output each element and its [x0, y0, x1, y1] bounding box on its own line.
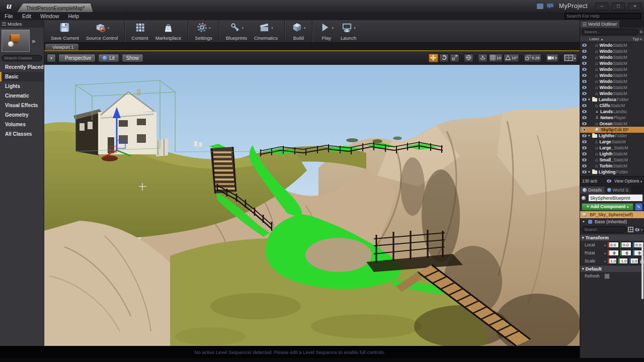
visibility-eye-icon[interactable]	[582, 128, 587, 131]
visibility-eye-icon[interactable]	[582, 158, 587, 161]
search-classes-input[interactable]: Search Classes	[2, 55, 42, 61]
move-tool[interactable]	[429, 54, 438, 62]
mode-category-visual-effects[interactable]: Visual Effects	[0, 101, 44, 110]
launch-button[interactable]: ▾Launch	[337, 20, 360, 42]
rotat-value-field[interactable]	[608, 250, 619, 256]
mode-category-recently-placed[interactable]: Recently Placed	[0, 62, 44, 72]
visibility-eye-icon[interactable]	[582, 86, 587, 89]
outliner-row[interactable]: ⌂LighthStaticM	[580, 151, 644, 157]
help-search-input[interactable]: Search For Help	[565, 13, 641, 19]
visibility-eye-icon[interactable]	[582, 134, 587, 137]
chevron-down-icon[interactable]: ▾	[332, 26, 334, 30]
scale-snap-toggle[interactable]: 0.25	[524, 54, 541, 62]
viewport-3d-scene[interactable]	[44, 65, 580, 346]
blueprints-button[interactable]: ▾Blueprints	[222, 20, 251, 42]
expand-arrow-icon[interactable]: ▾	[588, 134, 592, 138]
visibility-eye-icon[interactable]	[582, 164, 587, 167]
rotat-value-field[interactable]	[620, 250, 631, 256]
rotation-snap-toggle[interactable]: 10°	[504, 54, 519, 62]
outliner-column-headers[interactable]: Label ▲ Typ ▾	[580, 36, 644, 42]
camera-speed-button[interactable]: 5	[546, 54, 558, 62]
world-settings-tab[interactable]: World S	[605, 187, 631, 194]
chevron-down-icon[interactable]: ▾	[271, 26, 273, 30]
local-value-field[interactable]: 0.0	[608, 242, 619, 248]
outliner-row[interactable]: ⌂WindoStaticM	[580, 84, 644, 90]
outliner-row[interactable]: ⌂WindoStaticM	[580, 54, 644, 60]
visibility-eye-icon[interactable]	[582, 110, 587, 113]
scale-value-field[interactable]: 1.0	[629, 258, 638, 264]
rotate-tool[interactable]	[439, 54, 449, 62]
outliner-row[interactable]: ⌂WindoStaticM	[580, 66, 644, 72]
component-row[interactable]: BP_Sky_Sphere(self)	[580, 211, 644, 218]
visibility-eye-icon[interactable]	[582, 152, 587, 155]
visibility-eye-icon[interactable]	[582, 146, 587, 149]
expand-arrow-icon[interactable]: ▾	[588, 98, 592, 102]
outliner-row[interactable]: ▲LandsLandsc	[580, 109, 644, 115]
menu-edit[interactable]: Edit	[18, 13, 36, 19]
save-current-button[interactable]: Save Current	[47, 20, 83, 42]
visibility-eye-icon[interactable]	[582, 56, 587, 59]
visibility-eye-icon[interactable]	[582, 98, 587, 101]
outliner-row[interactable]: ⌂WindoStaticM	[580, 48, 644, 54]
details-tab[interactable]: Details	[580, 187, 605, 194]
chevron-down-icon[interactable]: ▾	[209, 26, 211, 30]
visibility-eye-icon[interactable]	[582, 122, 587, 125]
visibility-eye-icon[interactable]	[582, 140, 587, 143]
scale-value-field[interactable]: 1.0	[618, 258, 627, 264]
visibility-eye-icon[interactable]	[582, 74, 587, 77]
outliner-row[interactable]: ⌂TurbinStaticM	[580, 163, 644, 169]
actor-name-field[interactable]: SkySphereBlueprint	[589, 195, 642, 201]
outliner-row[interactable]: ⌂WindoStaticM	[580, 60, 644, 66]
mode-category-volumes[interactable]: Volumes	[0, 120, 44, 129]
viewport-tab[interactable]: Viewport 1	[45, 44, 78, 50]
scale-tool[interactable]	[450, 54, 459, 62]
checkbox-refresh[interactable]	[604, 274, 610, 279]
expand-arrow-icon[interactable]: ▾	[583, 220, 587, 224]
outliner-row[interactable]: ⌂WindoStaticM	[580, 42, 644, 48]
section-header-default[interactable]: ▾Default	[580, 265, 644, 272]
chevron-down-icon[interactable]: ▾	[242, 26, 244, 30]
menu-file[interactable]: File	[0, 13, 18, 19]
outliner-row[interactable]: ▾LandscaFolder	[580, 97, 644, 103]
outliner-search-input[interactable]: Search...	[582, 29, 638, 35]
visibility-eye-icon[interactable]	[582, 80, 587, 83]
play-button[interactable]: ▾Play	[315, 20, 337, 42]
chevron-down-icon[interactable]: ▾	[604, 251, 606, 255]
mode-category-geometry[interactable]: Geometry	[0, 110, 44, 120]
eye-icon[interactable]	[635, 228, 639, 231]
section-header-transform[interactable]: ▾Transform	[580, 234, 644, 241]
world-local-toggle[interactable]	[464, 54, 473, 62]
grid-snap-toggle[interactable]: 10	[489, 54, 503, 62]
visibility-eye-icon[interactable]	[582, 68, 587, 71]
menu-window[interactable]: Window	[36, 13, 63, 19]
spinner-icon[interactable]	[613, 250, 616, 255]
eye-icon[interactable]	[607, 179, 611, 183]
build-button[interactable]: ▾Build	[288, 20, 309, 42]
add-actor-icon[interactable]: +	[639, 29, 642, 35]
chevron-down-icon[interactable]: ▾	[107, 26, 109, 30]
layout-icon[interactable]	[547, 4, 553, 9]
details-scrollbar[interactable]	[641, 244, 643, 299]
outliner-row[interactable]: ⌂Small_StaticM	[580, 157, 644, 163]
outliner-row[interactable]: ▾LighthoFolder	[580, 133, 644, 139]
expand-arrow-icon[interactable]: ▾	[588, 170, 592, 174]
add-component-button[interactable]: + Add Component▾	[582, 203, 633, 211]
outliner-row[interactable]: ⌂OceanStaticM	[580, 121, 644, 127]
mode-category-basic[interactable]: Basic	[0, 72, 44, 81]
maximize-viewport-button[interactable]: ▾	[563, 54, 577, 62]
minimize-button[interactable]: –	[595, 3, 608, 10]
visibility-eye-icon[interactable]	[582, 44, 587, 47]
chevron-down-icon[interactable]: ▾	[354, 26, 356, 30]
place-mode-button[interactable]	[2, 30, 30, 52]
maximize-button[interactable]: □	[612, 3, 625, 10]
expand-modes-chevron[interactable]: »	[32, 37, 35, 45]
visibility-eye-icon[interactable]	[582, 116, 587, 119]
perspective-button[interactable]: Perspective	[58, 54, 96, 62]
outliner-row[interactable]: ♙NetwoPlayer	[580, 115, 644, 121]
marketplace-button[interactable]: Marketplace	[152, 20, 185, 42]
settings-button[interactable]: ▾Settings	[191, 20, 215, 42]
mode-category-lights[interactable]: Lights	[0, 81, 44, 91]
visibility-eye-icon[interactable]	[582, 170, 587, 173]
visibility-eye-icon[interactable]	[582, 104, 587, 107]
outliner-row[interactable]: ⌂Large_StaticM	[580, 145, 644, 151]
